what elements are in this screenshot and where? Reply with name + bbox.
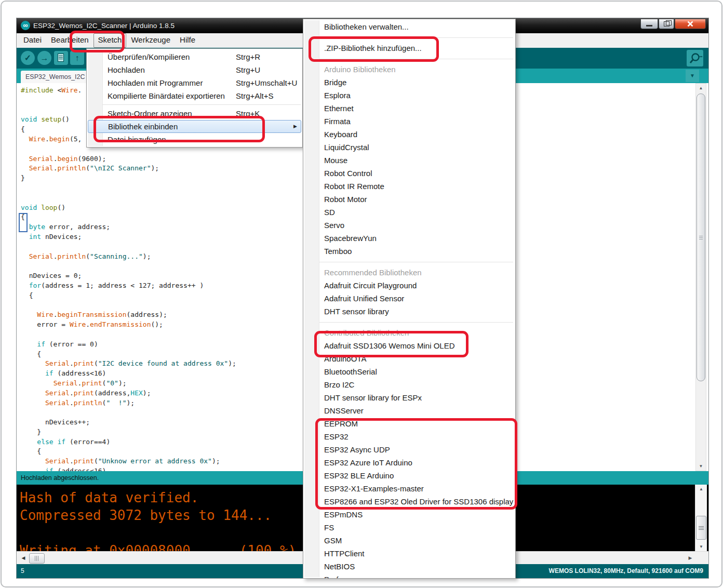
arduino-logo-icon: ∞ <box>21 21 30 30</box>
submenu-item-robot-ir-remote[interactable]: Robot IR Remote <box>303 180 515 193</box>
minimize-button[interactable] <box>640 19 658 29</box>
submenu-section-arduino-bibliotheken: Arduino Bibliotheken <box>303 63 515 76</box>
menubar-item-werkzeuge[interactable]: Werkzeuge <box>126 33 175 47</box>
submenu-item-robot-motor[interactable]: Robot Motor <box>303 193 515 206</box>
submenu-item-ethernet[interactable]: Ethernet <box>303 102 515 115</box>
annotation-box-zip-bibliothek <box>309 36 439 62</box>
submenu-section-recommended-bibliotheken: Recommended Bibliotheken <box>303 266 515 279</box>
submenu-item-adafruit-circuit-playground[interactable]: Adafruit Circuit Playground <box>303 279 515 292</box>
submenu-item-espmdns[interactable]: ESPmDNS <box>303 508 515 521</box>
menubar-item-hilfe[interactable]: Hilfe <box>175 33 200 47</box>
submenu-item-firmata[interactable]: Firmata <box>303 115 515 128</box>
menu-separator <box>87 102 302 107</box>
submenu-item-liquidcrystal[interactable]: LiquidCrystal <box>303 141 515 154</box>
text-cursor <box>19 213 28 232</box>
submenu-item-fs[interactable]: FS <box>303 521 515 534</box>
menu-item-kompilierte-bin-rdatei-exportieren[interactable]: Kompilierte Binärdatei exportierenStrg+A… <box>87 89 302 102</box>
submenu-item-gsm[interactable]: GSM <box>303 534 515 547</box>
console-vertical-scrollbar[interactable]: ▲ ▼ <box>695 485 707 551</box>
submenu-item-mouse[interactable]: Mouse <box>303 154 515 167</box>
submenu-item-keyboard[interactable]: Keyboard <box>303 128 515 141</box>
menu-item-hochladen-mit-programmer[interactable]: Hochladen mit ProgrammerStrg+Umschalt+U <box>87 76 302 89</box>
submenu-item-spacebrewyun[interactable]: SpacebrewYun <box>303 232 515 245</box>
submenu-item-dnsserver[interactable]: DNSServer <box>303 404 515 417</box>
menubar-item-datei[interactable]: Datei <box>19 33 46 47</box>
submenu-item-esplora[interactable]: Esplora <box>303 89 515 102</box>
submenu-item-dht-sensor-library[interactable]: DHT sensor library <box>303 305 515 318</box>
submenu-item-httpclient[interactable]: HTTPClient <box>303 547 515 560</box>
scroll-left-arrow-icon[interactable]: ◀ <box>19 552 28 564</box>
arrow-right-icon: → <box>41 54 49 62</box>
status-message: Hochladen abgeschlossen. <box>21 474 99 482</box>
submenu-item-temboo[interactable]: Temboo <box>303 245 515 258</box>
scroll-up-arrow-icon[interactable]: ▲ <box>696 84 706 92</box>
open-button[interactable]: ↑ <box>70 51 84 65</box>
annotation-box-bibliothek-einbinden <box>93 116 265 142</box>
editor-vertical-scrollbar[interactable]: ▲ ▼ <box>695 83 706 471</box>
submenu-arrow-icon: ▶ <box>293 121 297 132</box>
menu-item-hochladen[interactable]: HochladenStrg+U <box>87 63 302 76</box>
submenu-item-servo[interactable]: Servo <box>303 219 515 232</box>
maximize-button[interactable] <box>659 19 674 29</box>
scroll-down-arrow-icon[interactable]: ▼ <box>696 462 706 471</box>
annotation-box-sketch <box>70 31 125 52</box>
menu-shortcut: Strg+Alt+S <box>236 89 274 102</box>
submenu-item-bluetoothserial[interactable]: BluetoothSerial <box>303 365 515 378</box>
scroll-right-arrow-icon[interactable]: ▶ <box>686 552 695 564</box>
submenu-item-bridge[interactable]: Bridge <box>303 76 515 89</box>
submenu-item-dht-sensor-library-for-espx[interactable]: DHT sensor library for ESPx <box>303 391 515 404</box>
magnifier-icon <box>687 50 703 66</box>
annotation-box-esp32-group <box>315 418 517 510</box>
submenu-item-sd[interactable]: SD <box>303 206 515 219</box>
minimize-icon <box>646 25 652 26</box>
document-icon <box>58 54 64 62</box>
window-controls <box>640 19 706 30</box>
screenshot-frame: ∞ ESP32_Wemos_I2C_Scanner | Arduino 1.8.… <box>1 1 722 587</box>
submenu-item-robot-control[interactable]: Robot Control <box>303 167 515 180</box>
submenu-item-preferences[interactable]: Preferences <box>303 573 515 579</box>
line-number-indicator: 5 <box>21 564 24 578</box>
close-icon <box>687 21 693 27</box>
scroll-down-arrow-icon[interactable]: ▼ <box>695 542 707 551</box>
serial-monitor-button[interactable] <box>687 50 703 66</box>
submenu-item-bibliotheken-verwalten[interactable]: Bibliotheken verwalten... <box>303 20 515 33</box>
sketch-tab[interactable]: ESP32_Wemos_I2C <box>21 71 87 83</box>
menu-shortcut: Strg+Umschalt+U <box>236 76 297 89</box>
annotation-box-adafruit-ssd1306 <box>314 331 468 357</box>
scrollbar-thumb[interactable] <box>29 553 45 564</box>
scroll-up-arrow-icon[interactable]: ▲ <box>695 485 707 493</box>
upload-button[interactable]: → <box>37 51 51 65</box>
submenu-item-brzo-i2c[interactable]: Brzo I2C <box>303 378 515 391</box>
verify-button[interactable]: ✓ <box>21 51 35 65</box>
new-sketch-button[interactable] <box>54 51 68 65</box>
scrollbar-thumb[interactable] <box>696 516 706 540</box>
close-button[interactable] <box>675 19 706 29</box>
tab-list-button[interactable]: ▼ <box>686 70 699 82</box>
submenu-item-adafruit-unified-sensor[interactable]: Adafruit Unified Sensor <box>303 292 515 305</box>
menu-separator <box>303 318 515 326</box>
arrow-up-icon: ↑ <box>75 54 79 62</box>
submenu-item-netbios[interactable]: NetBIOS <box>303 560 515 573</box>
menu-separator <box>303 258 515 266</box>
menu-shortcut: Strg+U <box>236 63 260 76</box>
chevron-down-icon: ▼ <box>690 73 695 78</box>
menu-shortcut: Strg+R <box>236 50 260 63</box>
scrollbar-thumb[interactable] <box>697 93 705 381</box>
board-port-info: WEMOS LOLIN32, 80MHz, Default, 921600 au… <box>549 564 703 578</box>
check-icon: ✓ <box>24 54 31 62</box>
